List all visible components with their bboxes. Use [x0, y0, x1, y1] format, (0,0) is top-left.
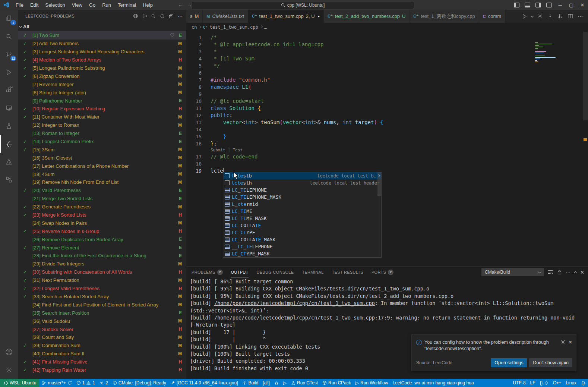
panel-tab-problems[interactable]: PROBLEMS2: [192, 267, 223, 277]
more-actions-icon[interactable]: [577, 13, 584, 19]
problem-item[interactable]: [21] Merge Two Sorted ListsE: [18, 195, 186, 203]
dont-show-again-button[interactable]: Don't show again: [529, 358, 572, 367]
file-link[interactable]: /home/poe/code/leetcodetmpl/cpp/cn/test_…: [214, 300, 375, 306]
tab-CMakeLists-txt[interactable]: MCMakeLists.txt: [203, 10, 248, 23]
customize-layout-icon[interactable]: [546, 3, 552, 7]
problems-group-all[interactable]: All: [18, 22, 186, 31]
language-status-icon[interactable]: {}: [538, 379, 551, 387]
activity-remote-explorer-icon[interactable]: [0, 99, 18, 117]
problem-item[interactable]: ✓[23] Merge k Sorted ListsH: [18, 211, 186, 219]
menu-selection[interactable]: Selection: [42, 1, 68, 9]
problem-item[interactable]: [16] 3Sum ClosestM: [18, 154, 186, 162]
encoding-status[interactable]: UTF-8: [511, 379, 528, 387]
activity-search-icon[interactable]: [0, 28, 18, 45]
menu-go[interactable]: Go: [86, 1, 98, 9]
toggle-sidebar-icon[interactable]: [514, 3, 519, 7]
codelens-submit-link[interactable]: Submit: [211, 148, 225, 152]
download-icon[interactable]: [547, 13, 553, 19]
problem-item[interactable]: ✓[10] Regular Expression MatchingH: [18, 105, 186, 113]
problem-item[interactable]: [28] Find the Index of the First Occurre…: [18, 252, 186, 260]
nav-back-button[interactable]: ←: [178, 2, 183, 8]
panel-tab-test-results[interactable]: TEST RESULTS: [332, 267, 363, 277]
problem-item[interactable]: [18] 4SumM: [18, 170, 186, 178]
menu-help[interactable]: Help: [140, 1, 156, 9]
tab-s[interactable]: sM: [186, 10, 203, 23]
panel-tab-debug-console[interactable]: DEBUG CONSOLE: [257, 267, 294, 277]
search-small-icon[interactable]: [150, 13, 157, 19]
clear-output-icon[interactable]: [548, 270, 553, 275]
activity-settings-gear-icon[interactable]: [0, 361, 18, 379]
menu-edit[interactable]: Edit: [27, 1, 41, 9]
os-status[interactable]: Linux: [563, 379, 579, 387]
suggest-item[interactable]: LC_CTYPE_MASK: [223, 250, 381, 257]
notifications-bell-icon[interactable]: [579, 379, 588, 387]
refresh-icon[interactable]: [159, 13, 165, 19]
problem-item[interactable]: [19] Remove Nth Node From End of ListM: [18, 178, 186, 186]
breadcrumb[interactable]: cnC⁺test_1_two_sum.cpp…: [186, 23, 588, 32]
sign-out-icon[interactable]: [141, 13, 148, 19]
problem-item[interactable]: ✓[5] Longest Palindromic SubstringM: [18, 64, 186, 72]
cmake-status[interactable]: CMake: [Debug]: Ready: [110, 379, 168, 387]
menu-terminal[interactable]: Terminal: [115, 1, 139, 9]
suggest-item[interactable]: lctesthleetcode local test header: [223, 179, 381, 186]
suggest-item[interactable]: LC_TIME: [223, 208, 381, 215]
cmake-kit-status[interactable]: [GCC 11.4.0 x86_64-linux-gnu]: [168, 379, 240, 387]
cmake-build-button[interactable]: Build: [240, 379, 260, 387]
problem-item[interactable]: [24] Swap Nodes in PairsM: [18, 219, 186, 227]
suggest-item[interactable]: LC_TELEPHONE: [223, 186, 381, 194]
problem-item[interactable]: ✓[39] Combination SumM: [18, 342, 186, 350]
run-button[interactable]: [521, 13, 527, 19]
problem-item[interactable]: ✓[42] Trapping Rain WaterH: [18, 366, 186, 374]
suggest-item[interactable]: LC_TIME_MASK: [223, 215, 381, 222]
more-actions-icon[interactable]: ···: [566, 270, 570, 275]
activity-extensions-icon[interactable]: [0, 81, 18, 99]
problem-item[interactable]: [40] Combination Sum IIM: [18, 350, 186, 358]
problem-item[interactable]: ✓[32] Longest Valid ParenthesesH: [18, 284, 186, 293]
problems-status[interactable]: 1 1: [74, 379, 97, 387]
remote-indicator[interactable]: WSL: Ubuntu: [0, 379, 39, 387]
breadcrumb-item[interactable]: test_1_two_sum.cpp: [210, 25, 258, 30]
minimap[interactable]: [535, 42, 558, 63]
launch-target-button[interactable]: ▷: [281, 379, 289, 387]
problem-item[interactable]: [7] Reverse IntegerM: [18, 80, 186, 88]
activity-account-icon[interactable]: [0, 343, 18, 361]
command-center-search[interactable]: cpp [WSL: Ubuntu]: [191, 1, 414, 9]
menu-view[interactable]: View: [69, 1, 85, 9]
suggest-item[interactable]: __LC_TELEPHONE: [223, 243, 381, 250]
problem-item[interactable]: [38] Count and SayM: [18, 333, 186, 342]
tab-test_1_two_sum-cpp[interactable]: C⁺test_1_two_sum.cpp2, U●: [248, 10, 324, 23]
problem-item[interactable]: ✓[25] Reverse Nodes in k-GroupH: [18, 227, 186, 235]
problem-item[interactable]: ✓[41] First Missing PositiveH: [18, 358, 186, 366]
problem-item[interactable]: [17] Letter Combinations of a Phone Numb…: [18, 162, 186, 170]
problem-item[interactable]: [12] Integer to RomanM: [18, 121, 186, 129]
more-actions-icon[interactable]: ···: [177, 13, 183, 19]
problem-item[interactable]: ✓[30] Substring with Concatenation of Al…: [18, 268, 186, 276]
toggle-panel-icon[interactable]: [525, 3, 530, 7]
notification-close-icon[interactable]: ✕: [569, 339, 572, 345]
git-branch-status[interactable]: master*+: [39, 379, 74, 387]
problem-item[interactable]: [35] Search Insert PositionE: [18, 309, 186, 317]
breadcrumb-item[interactable]: …: [264, 25, 267, 30]
leetcode-user-status[interactable]: LeetCode: wo-ai-min-hang-xiao-qing-hua: [390, 379, 476, 387]
run-workflow-button[interactable]: ▷Run Workflow: [353, 379, 391, 387]
lock-icon[interactable]: [557, 270, 562, 275]
panel-tab-output[interactable]: OUTPUT: [231, 267, 249, 277]
forwarded-ports-status[interactable]: 2: [97, 379, 110, 387]
run-cpack-button[interactable]: Run CPack: [320, 379, 353, 387]
codelens-test-link[interactable]: Test: [233, 148, 243, 152]
tab-test_2_add_two_numbers-cpp[interactable]: C⁺test_2_add_two_numbers.cppU: [324, 10, 410, 23]
problem-item[interactable]: ✓[4] Median of Two Sorted ArraysH: [18, 56, 186, 64]
eol-status[interactable]: LF: [528, 379, 538, 387]
suggest-item[interactable]: lctestbleetcode local test b…: [223, 172, 381, 179]
activity-run-debug-icon[interactable]: [0, 63, 18, 81]
problem-item[interactable]: [29] Divide Two IntegersM: [18, 260, 186, 268]
tab-comm[interactable]: Ccomm: [479, 10, 505, 23]
open-settings-button[interactable]: Open settings: [491, 358, 527, 367]
problem-item[interactable]: ✓[14] Longest Common PrefixE: [18, 138, 186, 146]
tab-test_1_-copy-cpp[interactable]: C⁺test_1_两数之和copy.cpp: [410, 10, 479, 23]
file-link[interactable]: /home/poe/code/leetcodetmpl/cpp/cn/test_…: [214, 315, 390, 321]
maximize-panel-icon[interactable]: [574, 270, 576, 275]
editor-scrollbar[interactable]: [583, 32, 588, 267]
problem-item[interactable]: ✓[31] Next PermutationM: [18, 276, 186, 284]
problem-item[interactable]: ✓[6] Zigzag ConversionM: [18, 72, 186, 80]
